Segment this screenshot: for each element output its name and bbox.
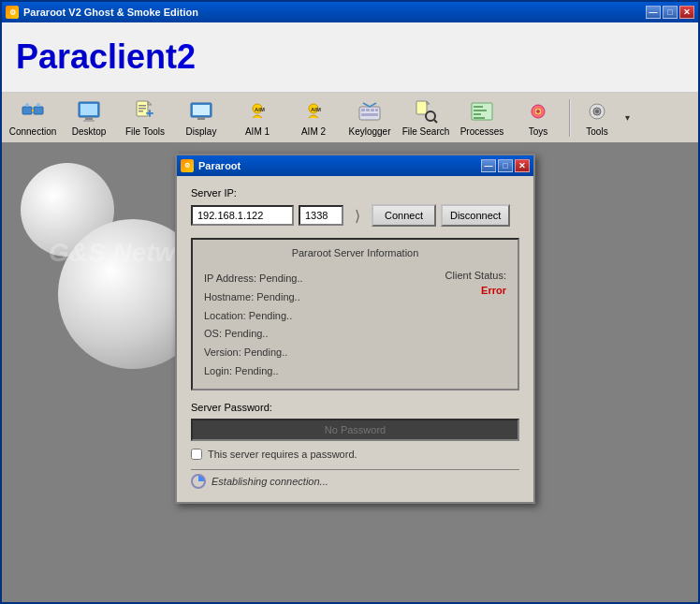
keylogger-icon (357, 98, 383, 125)
toolbar-label-processes: Processes (460, 126, 504, 137)
svg-point-3 (25, 103, 29, 107)
svg-rect-25 (366, 109, 370, 111)
svg-rect-6 (80, 104, 97, 115)
dialog-maximize-button[interactable]: □ (498, 159, 513, 172)
svg-rect-27 (375, 109, 378, 111)
svg-rect-24 (361, 109, 365, 111)
display-icon (188, 98, 214, 125)
toolbar-label-aim2: AIM 2 (301, 126, 326, 137)
toolbar-item-desktop[interactable]: Desktop (62, 96, 116, 140)
title-bar: ⚙ Pararoot V2 Ghost & Smoke Edition — □ … (2, 2, 698, 22)
svg-rect-36 (474, 113, 481, 115)
toolbar-label-tools: Tools (586, 126, 607, 137)
toolbar-item-aim2[interactable]: AIM AIM 2 (286, 96, 341, 140)
app-logo: Paraclient2 (16, 37, 196, 77)
svg-rect-11 (139, 105, 146, 107)
disconnect-button[interactable]: Disconnect (441, 204, 510, 227)
svg-marker-10 (148, 101, 152, 105)
toolbar-item-display[interactable]: Display (174, 96, 228, 140)
main-window: ⚙ Pararoot V2 Ghost & Smoke Edition — □ … (0, 0, 700, 604)
processes-icon (469, 98, 495, 125)
title-bar-buttons: — □ ✕ (646, 6, 694, 19)
content-area: G&S Network ⚙ Pararoot — □ ✕ Server IP: (2, 144, 698, 602)
app-header: Paraclient2 (2, 22, 698, 93)
status-spinner (191, 474, 206, 489)
client-status-value: Error (445, 285, 506, 296)
status-bar: Establishing connection... (191, 469, 519, 491)
toolbar-separator (569, 99, 571, 137)
toolbar-label-file-tools: File Tools (125, 126, 165, 137)
dialog-title-text: Pararoot (198, 160, 241, 171)
dialog-title-left: ⚙ Pararoot (181, 159, 241, 172)
toolbar-label-toys: Toys (529, 126, 548, 137)
connect-button[interactable]: Connect (372, 204, 436, 227)
toolbar-label-file-search: File Search (402, 126, 450, 137)
svg-rect-8 (83, 120, 95, 122)
server-info-left: IP Address: Pending.. Hostname: Pending.… (204, 270, 303, 381)
svg-rect-0 (22, 107, 32, 114)
password-input[interactable] (191, 419, 519, 441)
file-tools-icon (132, 98, 158, 125)
os-line: OS: Pending.. (204, 325, 303, 344)
toys-icon (525, 98, 551, 125)
toolbar-item-tools[interactable]: Tools (575, 96, 620, 140)
toolbar-item-connection[interactable]: Connection (6, 96, 60, 140)
tools-icon (584, 98, 610, 125)
port-input[interactable] (299, 205, 343, 226)
close-button[interactable]: ✕ (679, 6, 694, 19)
toolbar-item-aim1[interactable]: AIM AIM 1 (230, 96, 284, 140)
dialog-close-button[interactable]: ✕ (515, 159, 530, 172)
svg-rect-35 (474, 110, 487, 111)
dialog-icon: ⚙ (181, 159, 194, 172)
toolbar-item-file-tools[interactable]: File Tools (118, 96, 172, 140)
svg-rect-7 (85, 117, 93, 120)
location-line: Location: Pending.. (204, 307, 303, 326)
window-title: Pararoot V2 Ghost & Smoke Edition (23, 7, 198, 18)
svg-text:AIM: AIM (255, 107, 265, 112)
svg-point-39 (536, 110, 540, 113)
ip-line: IP Address: Pending.. (204, 270, 303, 288)
logo-suffix: 2 (177, 37, 196, 76)
hostname-line: Hostname: Pending.. (204, 288, 303, 307)
server-info-columns: IP Address: Pending.. Hostname: Pending.… (204, 270, 506, 381)
file-search-icon (413, 98, 439, 125)
server-info-right: Client Status: Error (445, 270, 506, 381)
svg-rect-13 (139, 110, 143, 112)
toolbar-label-desktop: Desktop (72, 126, 107, 137)
dialog-content: Server IP: ⟩ Connect Disconnect Pararoot… (177, 176, 533, 502)
svg-text:AIM: AIM (311, 107, 321, 112)
server-ip-row: ⟩ Connect Disconnect (191, 204, 519, 227)
maximize-button[interactable]: □ (663, 6, 678, 19)
ip-input[interactable] (191, 205, 294, 226)
toolbar-item-toys[interactable]: Toys (511, 96, 565, 140)
svg-rect-15 (149, 110, 151, 117)
svg-rect-26 (371, 109, 374, 111)
password-label: Server Password: (191, 402, 519, 413)
login-line: Login: Pending.. (204, 362, 303, 381)
toolbar-more-button[interactable]: ▾ (621, 96, 633, 140)
dialog-title-bar: ⚙ Pararoot — □ ✕ (177, 155, 533, 176)
svg-rect-1 (34, 107, 43, 114)
toolbar-item-processes[interactable]: Processes (455, 96, 509, 140)
minimize-button[interactable]: — (646, 6, 661, 19)
requires-password-checkbox[interactable] (191, 449, 202, 460)
app-icon: ⚙ (6, 6, 19, 19)
svg-rect-28 (361, 113, 378, 116)
svg-rect-17 (193, 105, 210, 115)
connection-icon (20, 98, 46, 125)
svg-point-42 (595, 110, 599, 113)
svg-point-31 (426, 111, 435, 121)
aim1-icon: AIM (244, 98, 270, 125)
toolbar-label-keylogger: Keylogger (348, 126, 390, 137)
title-bar-left: ⚙ Pararoot V2 Ghost & Smoke Edition (6, 6, 198, 19)
logo-text: Paraclient (16, 37, 177, 76)
toolbar-label-display: Display (186, 126, 217, 137)
dialog-minimize-button[interactable]: — (481, 159, 496, 172)
toolbar-label-connection: Connection (9, 126, 57, 137)
version-line: Version: Pending.. (204, 344, 303, 362)
svg-rect-29 (416, 101, 427, 114)
client-status-label: Client Status: (445, 270, 506, 281)
toolbar-item-keylogger[interactable]: Keylogger (343, 96, 397, 140)
toolbar-item-file-search[interactable]: File Search (399, 96, 453, 140)
checkbox-row: This server requires a password. (191, 449, 519, 460)
